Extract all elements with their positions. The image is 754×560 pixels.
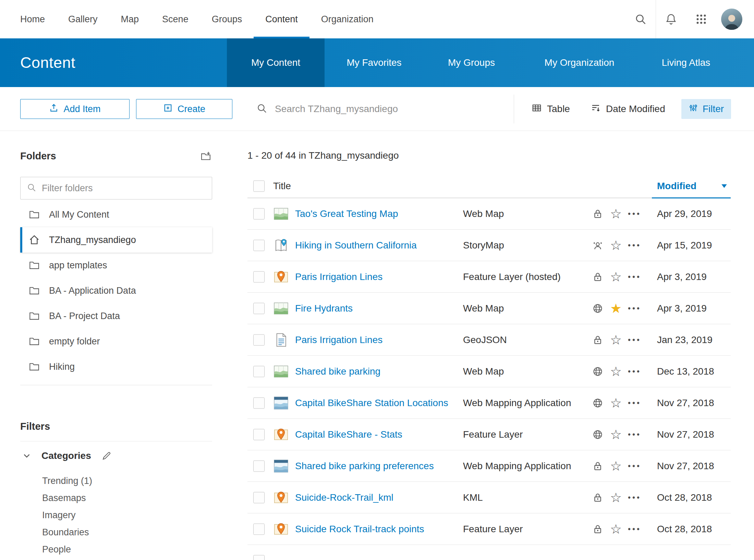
filter-button[interactable]: Filter: [681, 99, 731, 119]
row-checkbox[interactable]: [253, 366, 265, 377]
filter-folders-input[interactable]: [42, 183, 206, 194]
column-modified-sort[interactable]: Modified: [657, 181, 696, 192]
tab-my-groups[interactable]: My Groups: [424, 38, 519, 87]
item-title-link[interactable]: Hiking in Southern California: [295, 240, 417, 251]
avatar[interactable]: [721, 9, 742, 30]
category-item-people[interactable]: People: [42, 541, 212, 558]
more-options-icon[interactable]: •••: [628, 272, 641, 281]
folder-item-ba-project-data[interactable]: BA - Project Data: [20, 303, 212, 329]
edit-pencil-icon[interactable]: [101, 451, 112, 461]
item-title-link[interactable]: Suicide-Rock-Trail_kml: [295, 492, 393, 503]
item-title-link[interactable]: Shared bike parking preferences: [295, 461, 434, 472]
categories-section-toggle[interactable]: Categories: [20, 447, 212, 465]
row-checkbox[interactable]: [253, 523, 265, 535]
more-options-icon[interactable]: •••: [628, 241, 641, 250]
nav-item-map[interactable]: Map: [109, 0, 151, 38]
item-title-link[interactable]: Capital BikeShare - Stats: [295, 429, 402, 440]
folder-item-app-templates[interactable]: app templates: [20, 253, 212, 278]
table-row: Paris Irrigation LinesGeoJSON☆•••Jan 23,…: [247, 324, 731, 356]
row-checkbox[interactable]: [253, 555, 265, 560]
item-title-link[interactable]: Paris Irrigation Lines: [295, 271, 382, 282]
star-icon[interactable]: ☆: [610, 270, 622, 283]
item-title-link[interactable]: Tao's Great Testing Map: [295, 208, 398, 219]
folder-label: BA - Application Data: [49, 285, 136, 296]
folder-item-all-my-content[interactable]: All My Content: [20, 202, 212, 227]
select-all-checkbox[interactable]: [253, 180, 265, 192]
folder-item-tzhang-mysandiego[interactable]: TZhang_mysandiego: [20, 227, 212, 253]
folder-item-empty-folder[interactable]: empty folder: [20, 329, 212, 354]
row-checkbox[interactable]: [253, 240, 265, 251]
item-title-link[interactable]: Shared bike parking: [295, 366, 380, 377]
more-options-icon[interactable]: •••: [628, 335, 641, 344]
page-title: Content: [20, 38, 75, 87]
item-modified-date: Oct 28, 2018: [657, 524, 712, 535]
arcgis-content-page: HomeGalleryMapSceneGroupsContentOrganiza…: [0, 0, 754, 131]
category-item-trending-1[interactable]: Trending (1): [42, 472, 212, 489]
star-icon[interactable]: ☆: [610, 460, 622, 473]
notifications-bell-icon[interactable]: [656, 0, 686, 38]
row-checkbox[interactable]: [253, 397, 265, 409]
row-checkbox[interactable]: [253, 208, 265, 219]
search-icon[interactable]: [625, 0, 656, 38]
star-icon[interactable]: ☆: [610, 491, 622, 504]
nav-item-scene[interactable]: Scene: [150, 0, 200, 38]
nav-item-home[interactable]: Home: [9, 0, 57, 38]
more-options-icon[interactable]: •••: [628, 209, 641, 218]
table-row: Shared bike parkingWeb Map☆•••Dec 13, 20…: [247, 356, 731, 387]
more-options-icon[interactable]: •••: [628, 367, 641, 376]
item-title-link[interactable]: Suicide Rock Trail-track points: [295, 524, 424, 535]
tab-living-atlas[interactable]: Living Atlas: [640, 38, 732, 87]
nav-item-gallery[interactable]: Gallery: [57, 0, 109, 38]
row-checkbox[interactable]: [253, 303, 265, 314]
table-row: Fire HydrantsWeb Map★•••Apr 3, 2019: [247, 293, 731, 324]
star-icon[interactable]: ☆: [610, 239, 622, 252]
row-checkbox[interactable]: [253, 460, 265, 472]
top-nav: HomeGalleryMapSceneGroupsContentOrganiza…: [0, 0, 754, 38]
row-checkbox[interactable]: [253, 429, 265, 440]
feature-layer-icon: [273, 427, 289, 442]
more-options-icon[interactable]: •••: [628, 493, 641, 502]
star-icon[interactable]: ☆: [610, 333, 622, 346]
table-view-button[interactable]: Table: [532, 87, 570, 131]
more-options-icon[interactable]: •••: [628, 398, 641, 407]
star-icon[interactable]: ☆: [610, 365, 622, 378]
item-modified-date: Jan 23, 2019: [657, 334, 713, 345]
more-options-icon[interactable]: •••: [628, 430, 641, 439]
tab-my-content[interactable]: My Content: [227, 38, 325, 87]
star-icon[interactable]: ☆: [610, 207, 622, 220]
item-title-link[interactable]: Fire Hydrants: [295, 303, 353, 314]
row-checkbox[interactable]: [253, 334, 265, 345]
star-icon[interactable]: ☆: [610, 523, 622, 536]
more-options-icon[interactable]: •••: [628, 304, 641, 313]
filter-folders-box: [20, 177, 212, 199]
category-item-boundaries[interactable]: Boundaries: [42, 524, 212, 541]
star-icon[interactable]: ★: [610, 302, 622, 315]
row-checkbox[interactable]: [253, 271, 265, 282]
more-options-icon[interactable]: •••: [628, 524, 641, 534]
item-title-link[interactable]: Paris Irrigation Lines: [295, 334, 382, 345]
nav-item-content[interactable]: Content: [254, 0, 309, 38]
caret-down-icon[interactable]: [720, 182, 729, 191]
row-checkbox[interactable]: [253, 492, 265, 503]
nav-item-groups[interactable]: Groups: [200, 0, 254, 38]
more-options-icon[interactable]: •••: [628, 461, 641, 471]
category-item-basemaps[interactable]: Basemaps: [42, 489, 212, 507]
nav-item-organization[interactable]: Organization: [309, 0, 385, 38]
item-title-link[interactable]: Capital BikeShare Station Locations: [295, 398, 448, 409]
category-list: Trending (1)BasemapsImageryBoundariesPeo…: [42, 472, 212, 558]
folder-item-ba-application-data[interactable]: BA - Application Data: [20, 278, 212, 303]
folder-item-hiking[interactable]: Hiking: [20, 354, 212, 379]
search-input[interactable]: [275, 104, 487, 114]
add-item-button[interactable]: Add Item: [20, 99, 130, 119]
category-item-imagery[interactable]: Imagery: [42, 507, 212, 524]
sidebar-divider: [20, 441, 212, 441]
create-button[interactable]: Create: [136, 99, 232, 119]
tab-my-favorites[interactable]: My Favorites: [325, 38, 424, 87]
app-launcher-icon[interactable]: [686, 0, 716, 38]
star-icon[interactable]: ☆: [610, 428, 622, 441]
new-folder-icon[interactable]: [199, 149, 212, 162]
sort-date-modified-button[interactable]: Date Modified: [591, 87, 665, 131]
feature-layer-icon: [273, 269, 289, 284]
tab-my-organization[interactable]: My Organization: [519, 38, 640, 87]
star-icon[interactable]: ☆: [610, 397, 622, 410]
